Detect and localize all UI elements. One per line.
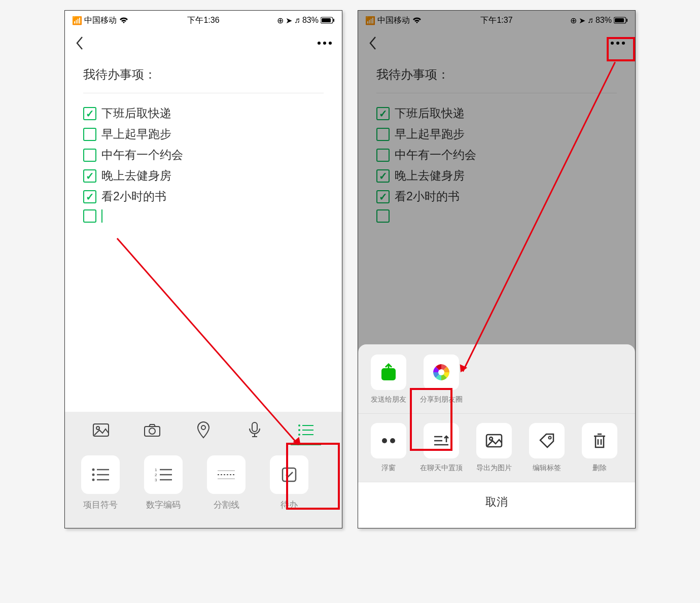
option-label: 数字编码: [146, 499, 181, 511]
battery-icon: [321, 17, 335, 24]
float-icon: [371, 423, 406, 458]
svg-text:1: 1: [155, 468, 157, 472]
todo-text: 中午有一个约会: [101, 147, 183, 163]
share-option-moments[interactable]: 分享到朋友圈: [421, 354, 462, 404]
location-arrow-icon: ➤: [286, 16, 292, 25]
status-bar: 📶 中国移动 下午1:36 ⊕ ➤ ♬ 83%: [65, 11, 342, 30]
share-sheet: 发送给朋友分享到朋友圈 浮窗在聊天中置顶导出为图片编辑标签删除 取消: [358, 344, 635, 528]
wifi-icon: [119, 16, 129, 24]
todo-item[interactable]: 下班后取快递: [83, 105, 324, 121]
action-option-pin[interactable]: 在聊天中置顶: [421, 423, 462, 473]
share-option-send[interactable]: 发送给朋友: [368, 354, 409, 404]
todo-item[interactable]: 看2小时的书: [83, 189, 324, 204]
share-label: 分享到朋友圈: [420, 395, 463, 404]
todo-item[interactable]: 中午有一个约会: [83, 147, 324, 163]
svg-point-16: [92, 474, 95, 476]
toolbar-option-numbers[interactable]: 123数字编码: [138, 455, 189, 511]
share-label: 发送给朋友: [371, 395, 406, 404]
svg-rect-1: [322, 18, 331, 22]
toolbar-option-bullets[interactable]: 项目符号: [75, 455, 126, 511]
title-divider: [83, 93, 324, 93]
signal-icon: 📶: [72, 16, 82, 25]
svg-point-9: [298, 424, 300, 427]
divider-icon: [207, 455, 246, 494]
svg-rect-8: [252, 422, 257, 432]
svg-point-6: [149, 428, 155, 434]
export-icon: [476, 423, 512, 458]
option-label: 分割线: [214, 499, 239, 511]
todo-checkbox[interactable]: [83, 169, 96, 183]
camera-icon[interactable]: [141, 419, 163, 441]
send-icon: [371, 354, 406, 390]
todo-checkbox[interactable]: [83, 149, 96, 162]
todo-text: 看2小时的书: [101, 189, 166, 204]
todo-icon: [270, 455, 308, 494]
svg-point-10: [298, 429, 300, 431]
list-icon[interactable]: [295, 419, 317, 441]
tag-icon: [529, 423, 565, 458]
option-label: 待办: [281, 499, 298, 511]
svg-point-43: [549, 437, 551, 439]
editor-toolbar: 项目符号123数字编码分割线待办: [65, 412, 342, 528]
svg-text:2: 2: [155, 473, 157, 477]
todo-item[interactable]: [83, 209, 324, 223]
action-label: 导出为图片: [476, 464, 512, 473]
todo-text: 早上起早跑步: [101, 126, 171, 142]
todo-checkbox[interactable]: [83, 107, 96, 120]
carrier-text: 中国移动: [84, 15, 117, 26]
action-label: 浮窗: [381, 464, 396, 473]
cancel-button[interactable]: 取消: [358, 482, 635, 528]
svg-point-17: [92, 479, 95, 481]
action-option-float[interactable]: 浮窗: [368, 423, 409, 473]
moments-icon: [424, 354, 459, 390]
svg-rect-30: [283, 468, 296, 481]
delete-icon: [582, 423, 617, 458]
sheet-divider: [358, 413, 635, 414]
action-option-export[interactable]: 导出为图片: [474, 423, 514, 473]
voice-icon[interactable]: [243, 419, 266, 441]
image-icon[interactable]: [90, 419, 112, 441]
svg-point-11: [298, 434, 300, 436]
todo-checkbox[interactable]: [83, 209, 96, 223]
todo-text: 晚上去健身房: [101, 168, 171, 184]
svg-point-42: [489, 437, 493, 440]
battery-text: 83%: [302, 16, 319, 25]
svg-point-35: [438, 369, 444, 375]
todo-text: 下班后取快递: [101, 105, 171, 121]
svg-point-15: [92, 469, 95, 471]
phone-left: 📶 中国移动 下午1:36 ⊕ ➤ ♬ 83% 我待办事项： 下班后取快递早上起…: [64, 10, 342, 528]
toolbar-option-divider[interactable]: 分割线: [201, 455, 252, 511]
action-option-delete[interactable]: 删除: [579, 423, 620, 473]
svg-text:3: 3: [155, 478, 157, 482]
option-label: 项目符号: [83, 499, 118, 511]
svg-point-7: [201, 425, 205, 430]
more-button[interactable]: [318, 42, 332, 45]
todo-checkbox[interactable]: [83, 190, 96, 203]
back-button[interactable]: [75, 36, 84, 50]
svg-point-37: [390, 438, 395, 443]
toolbar-option-todo[interactable]: 待办: [264, 455, 314, 511]
action-label: 编辑标签: [533, 464, 561, 473]
bullets-icon: [81, 455, 120, 494]
todo-list[interactable]: 下班后取快递早上起早跑步中午有一个约会晚上去健身房看2小时的书: [65, 105, 342, 223]
nav-bar: [65, 30, 342, 56]
location-icon[interactable]: [192, 419, 215, 441]
phone-right: 📶 中国移动 下午1:37 ⊕ ➤ ♬ 83% 我待办事项： 下班后取快递早上起…: [358, 10, 636, 528]
action-label: 删除: [592, 464, 607, 473]
headphone-icon: ♬: [294, 16, 300, 25]
clock-text: 下午1:36: [187, 15, 219, 26]
action-label: 在聊天中置顶: [420, 464, 463, 473]
alarm-icon: ⊕: [277, 16, 284, 25]
pin-icon: [424, 423, 459, 458]
todo-item[interactable]: 晚上去健身房: [83, 168, 324, 184]
numbers-icon: 123: [144, 455, 183, 494]
todo-checkbox[interactable]: [83, 128, 96, 141]
svg-point-36: [382, 438, 387, 443]
svg-point-4: [96, 427, 99, 430]
note-title[interactable]: 我待办事项：: [65, 56, 342, 93]
todo-item[interactable]: 早上起早跑步: [83, 126, 324, 142]
text-cursor: [101, 209, 102, 223]
svg-rect-2: [333, 19, 334, 22]
action-option-tag[interactable]: 编辑标签: [527, 423, 567, 473]
